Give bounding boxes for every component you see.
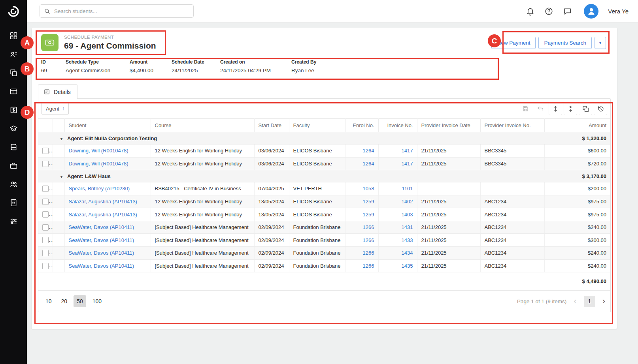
page-size-20[interactable]: 20	[58, 295, 71, 307]
column-header[interactable]: Faculty	[289, 119, 345, 132]
row-checkbox[interactable]	[42, 211, 49, 218]
history-icon	[597, 105, 604, 113]
group-label: Agent: L&W Haus	[67, 173, 111, 179]
sidebar-item-students[interactable]	[0, 45, 27, 64]
row-checkbox[interactable]	[42, 148, 49, 154]
sidebar-item-reports[interactable]	[0, 82, 27, 101]
app-logo[interactable]	[0, 0, 27, 23]
group-by-agent-chip[interactable]: Agent ↑	[42, 103, 69, 114]
student-link[interactable]: SeaWater, Davos (AP10411)	[69, 250, 134, 256]
dashboard-icon	[9, 32, 18, 40]
invoice-link[interactable]: 1402	[402, 199, 413, 205]
current-page-button[interactable]: 1	[584, 296, 595, 307]
user-avatar[interactable]	[584, 4, 598, 19]
column-header[interactable]: Start Date	[254, 119, 289, 132]
sidebar-item-dashboard[interactable]	[0, 26, 27, 45]
invoice-link[interactable]: 1434	[402, 250, 413, 256]
enrol-link[interactable]: 1266	[363, 250, 374, 256]
enrol-link[interactable]: 1266	[363, 224, 374, 230]
column-header[interactable]: Student	[64, 119, 151, 132]
payments-dropdown-button[interactable]: ▾	[595, 37, 606, 49]
column-header[interactable]: Invoice No.	[378, 119, 417, 132]
row-checkbox[interactable]	[42, 224, 49, 231]
notifications-button[interactable]	[526, 7, 535, 16]
enrol-link[interactable]: 1259	[363, 199, 374, 205]
invoice-link[interactable]: 1417	[402, 161, 413, 167]
invoice-link[interactable]: 1433	[402, 237, 413, 243]
search-input[interactable]	[54, 8, 189, 14]
enrol-link[interactable]: 1058	[363, 186, 374, 191]
table-row: Downing, Will (R0010478)12 Weeks English…	[38, 144, 610, 158]
collapse-group-icon[interactable]: ▾	[60, 137, 62, 141]
next-page-button[interactable]: ›	[601, 297, 606, 306]
tab-details[interactable]: Details	[38, 84, 77, 99]
help-button[interactable]	[544, 7, 553, 16]
expand-all-button[interactable]	[549, 102, 562, 115]
help-icon	[544, 7, 553, 16]
invoice-link[interactable]: 1435	[402, 263, 413, 269]
topbar: Vera Ye	[27, 0, 638, 23]
enrol-link[interactable]: 1259	[363, 212, 374, 218]
row-checkbox[interactable]	[42, 161, 49, 167]
sidebar-item-academics[interactable]	[0, 119, 27, 138]
new-payment-button[interactable]: New Payment	[491, 37, 536, 49]
save-button[interactable]	[519, 102, 532, 115]
page-header: SCHEDULE PAYMENT 69 - Agent Commission N…	[32, 28, 617, 55]
info-field-created-on: Created on24/11/2025 04:29 PM	[220, 59, 291, 73]
student-search[interactable]	[40, 4, 194, 18]
select-all-header[interactable]	[38, 119, 53, 132]
invoice-link[interactable]: 1403	[402, 212, 413, 218]
row-checkbox[interactable]	[42, 250, 49, 256]
revert-button[interactable]	[534, 102, 547, 115]
invoice-link[interactable]: 1101	[402, 186, 413, 191]
sidebar-item-organisation[interactable]	[0, 193, 27, 212]
page-size-100[interactable]: 100	[89, 295, 105, 307]
student-link[interactable]: SeaWater, Davos (AP10411)	[69, 263, 134, 269]
info-field-schedule-date: Schedule Date24/11/2025	[172, 59, 220, 73]
column-header[interactable]: Course	[151, 119, 254, 132]
collapse-group-icon[interactable]: ▾	[60, 174, 62, 179]
student-link[interactable]: Salazar, Augustina (AP10413)	[69, 212, 137, 218]
enrol-link[interactable]: 1264	[363, 161, 374, 167]
student-link[interactable]: SeaWater, Davos (AP10411)	[69, 237, 134, 243]
payments-search-button[interactable]: Payments Search	[538, 37, 592, 49]
page-size-10[interactable]: 10	[42, 295, 55, 307]
page-size-50[interactable]: 50	[74, 295, 86, 307]
column-header[interactable]: Provider Invoice Date	[417, 119, 480, 132]
row-checkbox[interactable]	[42, 237, 49, 243]
student-link[interactable]: Downing, Will (R0010478)	[69, 161, 128, 167]
sidebar-item-agents[interactable]	[0, 175, 27, 193]
messages-button[interactable]	[563, 7, 572, 16]
student-link[interactable]: Salazar, Augustina (AP10413)	[69, 199, 137, 205]
enrol-link[interactable]: 1264	[363, 148, 374, 154]
student-link[interactable]: SeaWater, Davos (AP10411)	[69, 224, 134, 230]
tab-strip: Details	[32, 80, 617, 98]
row-checkbox[interactable]	[42, 263, 49, 269]
table-row: SeaWater, Davos (AP10411)[Subject Based]…	[38, 259, 610, 272]
collapse-rows-icon	[567, 105, 574, 113]
collapse-all-button[interactable]	[564, 102, 577, 115]
history-button[interactable]	[594, 102, 607, 115]
sidebar-item-documents[interactable]	[0, 64, 27, 82]
grid-header-row: StudentCourseStart DateFacultyEnrol No.I…	[38, 119, 610, 132]
user-name[interactable]: Vera Ye	[608, 8, 629, 15]
sidebar-item-courses[interactable]	[0, 138, 27, 156]
enrol-link[interactable]: 1266	[363, 237, 374, 243]
sidebar-item-finance[interactable]	[0, 101, 27, 119]
invoice-link[interactable]: 1431	[402, 224, 413, 230]
column-header[interactable]: Enrol No.	[345, 119, 378, 132]
sidebar-item-settings[interactable]	[0, 212, 27, 231]
grid-body: ▾Agent: Elit Nulla Corporation Testing$ …	[38, 132, 610, 291]
column-chooser-button[interactable]	[579, 102, 592, 115]
student-link[interactable]: Spears, Britney (AP10230)	[69, 186, 130, 191]
building-icon	[9, 199, 18, 207]
column-header[interactable]: Amount	[544, 119, 610, 132]
column-header[interactable]: Provider Invoice No.	[480, 119, 544, 132]
sidebar-item-employers[interactable]	[0, 156, 27, 175]
invoice-link[interactable]: 1417	[402, 148, 413, 154]
row-checkbox[interactable]	[42, 199, 49, 205]
previous-page-button[interactable]: ‹	[572, 297, 578, 306]
row-checkbox[interactable]	[42, 186, 49, 192]
student-link[interactable]: Downing, Will (R0010478)	[69, 148, 128, 154]
enrol-link[interactable]: 1266	[363, 263, 374, 269]
